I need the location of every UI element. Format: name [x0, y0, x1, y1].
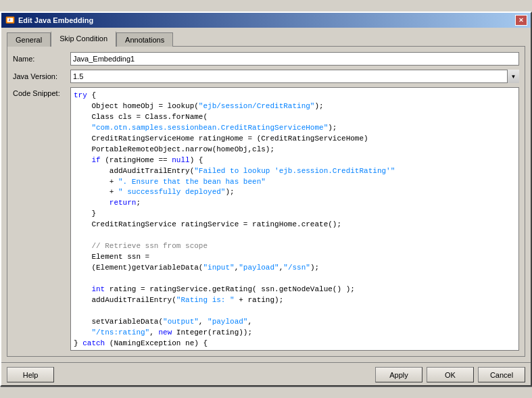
tab-bar: General Skip Condition Annotations: [7, 31, 525, 47]
tab-annotations[interactable]: Annotations: [116, 32, 173, 47]
name-row: Name:: [13, 52, 519, 66]
bottom-bar: Help Apply OK Cancel: [1, 362, 531, 385]
titlebar-left: J Edit Java Embedding: [5, 15, 93, 26]
svg-text:J: J: [8, 18, 10, 22]
java-version-select[interactable]: 1.5 1.6 1.7: [70, 70, 519, 83]
java-version-select-wrapper: 1.5 1.6 1.7 ▼: [70, 70, 519, 83]
ok-button[interactable]: OK: [427, 367, 474, 382]
close-button[interactable]: ✕: [515, 15, 527, 26]
tab-skip-condition[interactable]: Skip Condition: [51, 31, 116, 47]
code-area-wrapper: try { Object homeObj = lookup("ejb/sessi…: [70, 87, 519, 351]
code-editor[interactable]: try { Object homeObj = lookup("ejb/sessi…: [71, 88, 518, 350]
apply-button[interactable]: Apply: [375, 367, 422, 382]
titlebar-icon: J: [5, 15, 16, 26]
cancel-button[interactable]: Cancel: [478, 367, 525, 382]
code-snippet-label: Code Snippet:: [13, 87, 70, 97]
java-version-label: Java Version:: [13, 72, 70, 80]
name-input[interactable]: [70, 52, 519, 66]
name-label: Name:: [13, 55, 70, 63]
tab-panel: Name: Java Version: 1.5 1.6 1.7 ▼ Code S…: [7, 46, 525, 357]
code-snippet-row: Code Snippet: try { Object homeObj = loo…: [13, 87, 519, 351]
help-button[interactable]: Help: [7, 367, 54, 382]
titlebar: J Edit Java Embedding ✕: [1, 13, 531, 28]
window-title: Edit Java Embedding: [18, 16, 93, 24]
dialog-window: J Edit Java Embedding ✕ General Skip Con…: [0, 11, 532, 387]
tab-general[interactable]: General: [7, 32, 51, 47]
right-buttons: Apply OK Cancel: [375, 367, 525, 382]
dialog-content: General Skip Condition Annotations Name:…: [1, 28, 531, 362]
java-version-row: Java Version: 1.5 1.6 1.7 ▼: [13, 70, 519, 83]
